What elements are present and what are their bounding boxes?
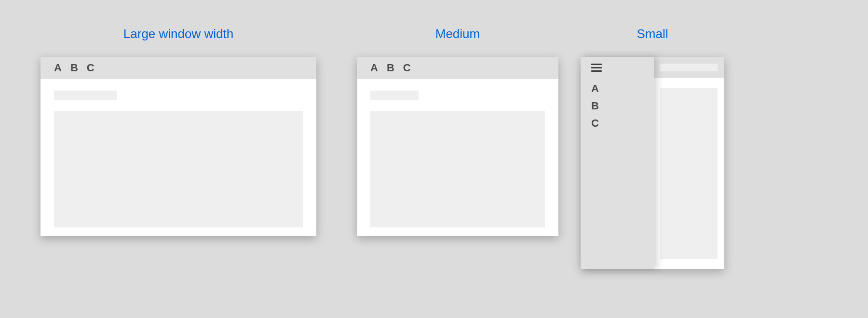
menu-item-a[interactable]: A <box>591 82 654 95</box>
menu-item-b[interactable]: B <box>591 100 654 112</box>
tab-c[interactable]: C <box>87 63 95 73</box>
placeholder-body <box>54 111 303 227</box>
window-large: A B C <box>41 57 316 236</box>
nav-panel: A B C <box>581 57 654 269</box>
tabbar-medium: A B C <box>357 57 558 79</box>
content-small: A B C <box>581 57 724 269</box>
tab-c[interactable]: C <box>403 63 411 73</box>
label-large: Large window width <box>41 26 316 41</box>
placeholder-body <box>370 111 545 227</box>
tab-b[interactable]: B <box>70 63 78 73</box>
content-large <box>41 79 316 241</box>
window-medium: A B C <box>357 57 558 236</box>
menu-item-c[interactable]: C <box>591 117 654 130</box>
label-small: Small <box>581 26 724 41</box>
placeholder-body <box>660 88 718 259</box>
window-small: A B C <box>581 57 724 269</box>
content-medium <box>357 79 558 241</box>
responsive-layout-diagram: Large window width A B C Medium A B C <box>0 0 868 318</box>
tab-a[interactable]: A <box>370 63 378 73</box>
tab-a[interactable]: A <box>54 63 62 73</box>
tabbar-large: A B C <box>41 57 316 79</box>
tab-b[interactable]: B <box>387 63 394 73</box>
hamburger-icon[interactable] <box>591 64 602 72</box>
label-medium: Medium <box>357 26 558 41</box>
placeholder-heading <box>54 91 117 100</box>
placeholder-heading <box>370 91 419 100</box>
placeholder-top <box>660 64 718 71</box>
